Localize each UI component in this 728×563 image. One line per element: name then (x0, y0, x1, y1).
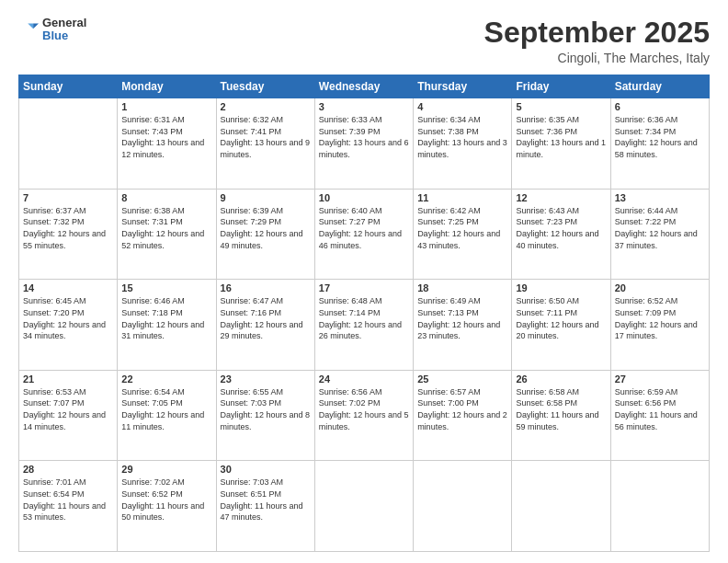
sunset-text: Sunset: 6:54 PM (23, 489, 85, 499)
day-info: Sunrise: 6:55 AMSunset: 7:03 PMDaylight:… (221, 386, 311, 432)
sunrise-text: Sunrise: 6:34 AM (417, 115, 481, 124)
table-row: 17Sunrise: 6:48 AMSunset: 7:14 PMDayligh… (314, 280, 413, 371)
table-row: 6Sunrise: 6:36 AMSunset: 7:34 PMDaylight… (610, 98, 709, 190)
table-row: 28Sunrise: 7:01 AMSunset: 6:54 PMDayligh… (19, 461, 118, 552)
title-block: September 2025 Cingoli, The Marches, Ita… (484, 17, 710, 65)
daylight-text: Daylight: 12 hours and 55 minutes. (23, 229, 106, 250)
table-row (610, 461, 709, 552)
table-row: 4Sunrise: 6:34 AMSunset: 7:38 PMDaylight… (414, 98, 512, 190)
day-info: Sunrise: 6:54 AMSunset: 7:05 PMDaylight:… (121, 386, 211, 432)
daylight-text: Daylight: 12 hours and 31 minutes. (121, 320, 204, 341)
table-row: 14Sunrise: 6:45 AMSunset: 7:20 PMDayligh… (19, 280, 118, 371)
daylight-text: Daylight: 12 hours and 17 minutes. (615, 320, 698, 341)
sunset-text: Sunset: 7:34 PM (615, 127, 677, 136)
table-row: 29Sunrise: 7:02 AMSunset: 6:52 PMDayligh… (118, 461, 216, 552)
sunrise-text: Sunrise: 6:59 AM (615, 387, 678, 396)
day-info: Sunrise: 6:39 AMSunset: 7:29 PMDaylight:… (221, 205, 311, 251)
day-number: 11 (417, 192, 507, 203)
sunrise-text: Sunrise: 6:52 AM (615, 296, 678, 305)
table-row: 23Sunrise: 6:55 AMSunset: 7:03 PMDayligh… (216, 370, 314, 461)
logo: General Blue (18, 17, 86, 43)
sunrise-text: Sunrise: 6:47 AM (221, 296, 284, 305)
sunrise-text: Sunrise: 7:01 AM (23, 477, 86, 487)
day-number: 1 (121, 101, 211, 112)
day-info: Sunrise: 6:52 AMSunset: 7:09 PMDaylight:… (615, 295, 705, 341)
day-number: 19 (516, 282, 606, 293)
sunrise-text: Sunrise: 6:40 AM (319, 206, 382, 215)
day-info: Sunrise: 6:40 AMSunset: 7:27 PMDaylight:… (319, 205, 409, 251)
sunrise-text: Sunrise: 7:03 AM (221, 477, 284, 487)
day-info: Sunrise: 6:33 AMSunset: 7:39 PMDaylight:… (319, 114, 409, 160)
day-info: Sunrise: 6:57 AMSunset: 7:00 PMDaylight:… (417, 386, 507, 432)
daylight-text: Daylight: 12 hours and 11 minutes. (121, 410, 204, 431)
sunrise-text: Sunrise: 6:36 AM (615, 115, 678, 124)
day-number: 16 (221, 282, 311, 293)
day-info: Sunrise: 6:45 AMSunset: 7:20 PMDaylight:… (23, 295, 113, 341)
daylight-text: Daylight: 12 hours and 34 minutes. (23, 320, 106, 341)
table-row: 5Sunrise: 6:35 AMSunset: 7:36 PMDaylight… (512, 98, 610, 190)
col-wednesday: Wednesday (314, 75, 413, 98)
table-row: 8Sunrise: 6:38 AMSunset: 7:31 PMDaylight… (118, 189, 216, 280)
daylight-text: Daylight: 13 hours and 9 minutes. (221, 138, 311, 159)
day-info: Sunrise: 7:02 AMSunset: 6:52 PMDaylight:… (121, 477, 211, 523)
sunrise-text: Sunrise: 6:49 AM (417, 296, 481, 305)
day-number: 5 (516, 101, 606, 112)
day-number: 17 (319, 282, 409, 293)
day-number: 8 (121, 192, 211, 203)
day-number: 22 (121, 373, 211, 385)
sunset-text: Sunset: 6:56 PM (615, 398, 677, 408)
day-number: 2 (221, 101, 311, 112)
table-row: 30Sunrise: 7:03 AMSunset: 6:51 PMDayligh… (216, 461, 314, 552)
svg-marker-1 (28, 24, 33, 29)
day-number: 10 (319, 192, 409, 203)
day-info: Sunrise: 7:03 AMSunset: 6:51 PMDaylight:… (221, 477, 311, 523)
day-info: Sunrise: 6:43 AMSunset: 7:23 PMDaylight:… (516, 205, 606, 251)
day-info: Sunrise: 6:37 AMSunset: 7:32 PMDaylight:… (23, 205, 113, 251)
sunrise-text: Sunrise: 6:46 AM (121, 296, 185, 305)
day-info: Sunrise: 6:42 AMSunset: 7:25 PMDaylight:… (417, 205, 507, 251)
day-number: 3 (319, 101, 409, 112)
sunrise-text: Sunrise: 6:44 AM (615, 206, 678, 215)
day-info: Sunrise: 6:49 AMSunset: 7:13 PMDaylight:… (417, 295, 507, 341)
sunset-text: Sunset: 7:02 PM (319, 398, 381, 408)
sunrise-text: Sunrise: 6:37 AM (23, 206, 86, 215)
col-tuesday: Tuesday (216, 75, 314, 98)
daylight-text: Daylight: 12 hours and 58 minutes. (615, 138, 698, 159)
day-info: Sunrise: 6:38 AMSunset: 7:31 PMDaylight:… (121, 205, 211, 251)
day-number: 24 (319, 373, 409, 385)
calendar-week-row: 14Sunrise: 6:45 AMSunset: 7:20 PMDayligh… (19, 280, 710, 371)
svg-marker-0 (33, 24, 39, 29)
table-row: 11Sunrise: 6:42 AMSunset: 7:25 PMDayligh… (414, 189, 512, 280)
sunset-text: Sunset: 7:07 PM (23, 398, 85, 408)
day-info: Sunrise: 6:56 AMSunset: 7:02 PMDaylight:… (319, 386, 409, 432)
table-row (314, 461, 413, 552)
table-row: 10Sunrise: 6:40 AMSunset: 7:27 PMDayligh… (314, 189, 413, 280)
sunset-text: Sunset: 7:41 PM (221, 127, 282, 136)
daylight-text: Daylight: 11 hours and 53 minutes. (23, 501, 106, 523)
day-number: 9 (221, 192, 311, 203)
table-row: 12Sunrise: 6:43 AMSunset: 7:23 PMDayligh… (512, 189, 610, 280)
sunset-text: Sunset: 7:16 PM (221, 308, 282, 317)
sunrise-text: Sunrise: 6:56 AM (319, 387, 382, 396)
day-info: Sunrise: 6:31 AMSunset: 7:43 PMDaylight:… (121, 114, 211, 160)
sunset-text: Sunset: 7:32 PM (23, 217, 85, 226)
calendar-header-row: Sunday Monday Tuesday Wednesday Thursday… (19, 75, 710, 98)
sunrise-text: Sunrise: 6:42 AM (417, 206, 481, 215)
day-number: 27 (615, 373, 705, 385)
day-number: 4 (417, 101, 507, 112)
daylight-text: Daylight: 12 hours and 37 minutes. (615, 229, 698, 250)
sunset-text: Sunset: 7:20 PM (23, 308, 85, 317)
table-row: 9Sunrise: 6:39 AMSunset: 7:29 PMDaylight… (216, 189, 314, 280)
page: General Blue September 2025 Cingoli, The… (0, 0, 728, 563)
sunset-text: Sunset: 7:23 PM (516, 217, 577, 226)
day-number: 13 (615, 192, 705, 203)
header: General Blue September 2025 Cingoli, The… (18, 17, 710, 65)
sunrise-text: Sunrise: 6:58 AM (516, 387, 579, 396)
sunrise-text: Sunrise: 6:35 AM (516, 115, 579, 124)
day-info: Sunrise: 6:53 AMSunset: 7:07 PMDaylight:… (23, 386, 113, 432)
daylight-text: Daylight: 12 hours and 46 minutes. (319, 229, 402, 250)
table-row: 2Sunrise: 6:32 AMSunset: 7:41 PMDaylight… (216, 98, 314, 190)
table-row (512, 461, 610, 552)
table-row: 18Sunrise: 6:49 AMSunset: 7:13 PMDayligh… (414, 280, 512, 371)
sunset-text: Sunset: 6:58 PM (516, 398, 577, 408)
